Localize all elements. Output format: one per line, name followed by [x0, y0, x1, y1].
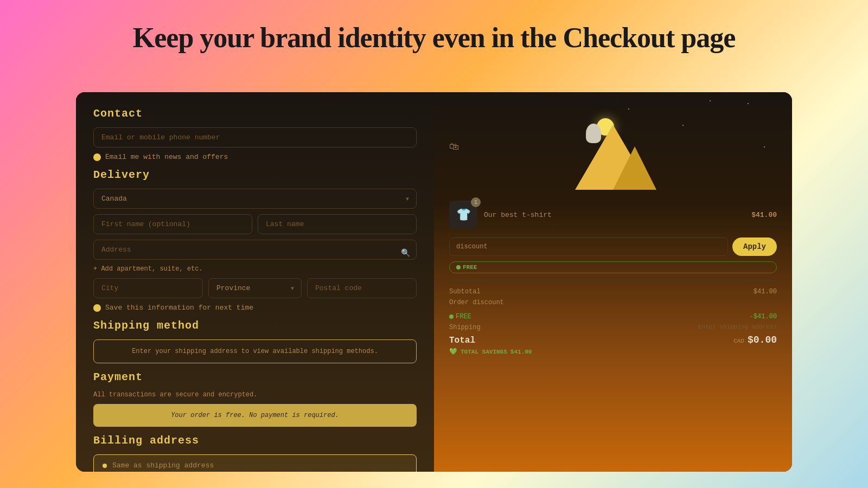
apply-button[interactable]: Apply	[732, 237, 777, 256]
free-badge: FREE	[449, 261, 777, 273]
savings-icon: 💚	[449, 348, 457, 356]
postal-input[interactable]	[307, 278, 417, 298]
same-shipping-label: Same as shipping address	[112, 461, 214, 470]
payment-title: Payment	[93, 371, 417, 383]
pyramid-illustration	[564, 114, 662, 190]
payment-section: Payment All transactions are secure and …	[93, 371, 417, 427]
page-title: Keep your brand identity even in the Che…	[0, 22, 868, 54]
country-select[interactable]: Canada	[93, 189, 417, 209]
checkout-container: Contact Email me with news and offers De…	[76, 92, 792, 472]
search-icon: 🔍	[401, 248, 410, 257]
shipping-method-box: Enter your shipping address to view avai…	[93, 339, 417, 363]
free-order-text: Your order is free. No payment is requir…	[101, 412, 409, 419]
save-info-radio[interactable]	[93, 304, 101, 312]
country-select-wrapper: Canada	[93, 189, 417, 209]
shipping-instruction: Enter your shipping address to view avai…	[101, 348, 409, 355]
address-input[interactable]	[93, 240, 417, 260]
left-panel: Contact Email me with news and offers De…	[76, 92, 434, 472]
product-image: 👕 1	[449, 201, 477, 229]
province-select-wrapper: Province	[208, 278, 302, 298]
currency-label: CAD	[733, 338, 744, 344]
right-panel: 🛍 👕 1 Our best t-shirt $41.00 Apply FREE…	[434, 92, 792, 472]
contact-title: Contact	[93, 107, 417, 120]
shipping-row: Shipping Enter shipping address	[449, 324, 777, 331]
free-dot-icon	[456, 265, 461, 269]
same-shipping-option[interactable]: Same as shipping address	[93, 454, 417, 472]
product-name: Our best t-shirt	[484, 211, 745, 219]
contact-section: Contact Email me with news and offers	[93, 107, 417, 161]
product-badge: 1	[471, 197, 481, 207]
shipping-section: Shipping method Enter your shipping addr…	[93, 319, 417, 363]
tshirt-icon: 👕	[456, 208, 471, 222]
order-discount-label: Order discount	[449, 299, 504, 306]
total-row: Total CAD $0.00	[449, 335, 777, 345]
newsletter-radio[interactable]	[93, 153, 101, 161]
illustration-area: 🛍	[449, 103, 777, 201]
total-value: $0.00	[748, 335, 777, 345]
discount-row: Apply	[449, 237, 777, 256]
free-order-box: Your order is free. No payment is requir…	[93, 404, 417, 427]
discount-value: -$41.00	[750, 313, 777, 320]
product-row: 👕 1 Our best t-shirt $41.00	[449, 201, 777, 229]
free-badge-area: FREE	[449, 313, 471, 320]
bullet-dot-icon	[103, 464, 107, 468]
cart-icon: 🛍	[449, 141, 459, 152]
free-badge-text: FREE	[463, 264, 477, 271]
delivery-title: Delivery	[93, 169, 417, 181]
delivery-section: Delivery Canada 🔍 + Add apartment, suite…	[93, 169, 417, 312]
firstname-input[interactable]	[93, 214, 252, 234]
free-discount-row: FREE -$41.00	[449, 313, 777, 320]
shipping-value: Enter shipping address	[698, 324, 777, 331]
shipping-title: Shipping method	[93, 319, 417, 332]
savings-label: TOTAL SAVINGS	[461, 349, 507, 355]
order-discount-row: Order discount	[449, 299, 777, 310]
product-price: $41.00	[751, 211, 777, 219]
pyramid-small-icon	[613, 146, 656, 190]
savings-value: $41.00	[510, 349, 532, 355]
total-label: Total	[449, 336, 475, 345]
security-note: All transactions are secure and encrypte…	[93, 391, 417, 399]
order-discount-label-area: Order discount	[449, 299, 504, 306]
save-info-label: Save this information for next time	[105, 304, 253, 312]
province-select[interactable]: Province	[208, 278, 302, 298]
savings-row: 💚 TOTAL SAVINGS $41.00	[449, 348, 777, 356]
lastname-input[interactable]	[258, 214, 417, 234]
shipping-label: Shipping	[449, 324, 481, 331]
email-field[interactable]	[93, 127, 417, 147]
billing-title: Billing address	[93, 434, 417, 447]
subtotal-label: Subtotal	[449, 288, 481, 296]
free-discount-label: FREE	[456, 313, 471, 320]
green-dot-icon	[449, 314, 454, 319]
discount-input[interactable]	[449, 237, 728, 256]
subtotal-value: $41.00	[754, 288, 777, 296]
subtotal-row: Subtotal $41.00	[449, 288, 777, 296]
address-row: 🔍	[93, 240, 417, 265]
billing-section: Billing address Same as shipping address…	[93, 434, 417, 472]
order-summary: Subtotal $41.00 Order discount FREE -$41…	[449, 281, 777, 356]
city-input[interactable]	[93, 278, 203, 298]
newsletter-label: Email me with news and offers	[105, 153, 228, 161]
add-apt-link[interactable]: + Add apartment, suite, etc.	[93, 265, 417, 273]
total-value-area: CAD $0.00	[733, 335, 777, 345]
